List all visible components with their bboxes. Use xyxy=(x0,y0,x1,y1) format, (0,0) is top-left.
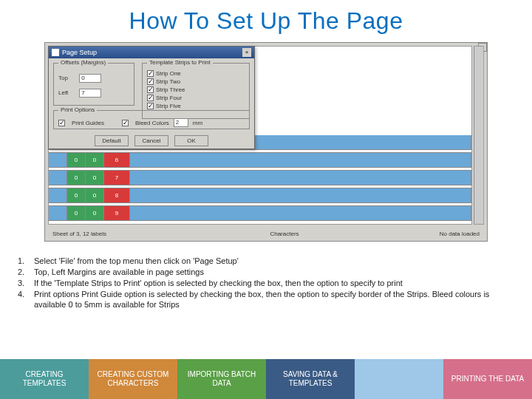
list-item: If the 'Template Strips to Print' option… xyxy=(34,278,403,289)
offsets-fieldset: Offsets (Margins) Top 0 Left 7 xyxy=(53,63,134,106)
table-row: 0 0 6 xyxy=(49,153,471,168)
table-row: 0 0 8 xyxy=(49,188,471,203)
status-mid: Characters xyxy=(174,231,395,237)
strip3-label: Strip Three xyxy=(156,86,185,93)
default-button[interactable]: Default xyxy=(95,135,129,146)
strip3-checkbox[interactable] xyxy=(147,86,154,93)
cell: 0 xyxy=(86,171,104,185)
bleed-unit: mm xyxy=(193,120,202,126)
strip5-label: Strip Five xyxy=(156,103,181,109)
tab-creating-characters[interactable]: CREATING CUSTOM CHARACTERS xyxy=(89,359,177,399)
status-bar: Sheet of 3, 12 labels Characters No data… xyxy=(48,228,484,239)
print-guides-label: Print Guides xyxy=(72,120,104,126)
close-icon[interactable]: × xyxy=(242,48,251,57)
strip5-checkbox[interactable] xyxy=(147,103,154,109)
app-screenshot: × 0 0 5 0 0 6 xyxy=(44,42,488,242)
tab-empty[interactable] xyxy=(355,359,443,399)
cell: 9 xyxy=(104,206,130,220)
cell: 0 xyxy=(67,206,86,220)
strip2-label: Strip Two xyxy=(156,78,180,85)
tab-saving-data[interactable]: SAVING DATA & TEMPLATES xyxy=(266,359,355,399)
list-item: Print options Print Guide option is sele… xyxy=(34,289,514,311)
instructions-list: 1.Select 'File' from the top menu then c… xyxy=(18,256,514,310)
cancel-button[interactable]: Cancel xyxy=(134,135,168,146)
page-title: How To Set Up The Page xyxy=(0,0,532,42)
strip2-checkbox[interactable] xyxy=(147,78,154,85)
list-number: 1. xyxy=(18,256,34,267)
bottom-tabs: CREATING TEMPLATES CREATING CUSTOM CHARA… xyxy=(0,359,532,399)
tab-printing[interactable]: PRINTING THE DATA xyxy=(443,359,532,399)
strip4-label: Strip Four xyxy=(156,95,182,101)
cell: 0 xyxy=(86,206,104,220)
table-row: 0 0 7 xyxy=(49,171,471,185)
strip1-label: Strip One xyxy=(156,70,181,77)
strip1-checkbox[interactable] xyxy=(147,70,154,77)
status-right: No data loaded xyxy=(395,231,484,237)
bleed-input[interactable]: 2 xyxy=(174,118,188,127)
strip4-checkbox[interactable] xyxy=(147,95,154,101)
cell: 0 xyxy=(67,153,86,167)
print-options-legend: Print Options xyxy=(58,106,97,113)
top-label: Top xyxy=(58,75,78,81)
cell: 0 xyxy=(67,171,86,185)
cell: 0 xyxy=(86,153,104,167)
top-input[interactable]: 0 xyxy=(79,74,101,83)
cell: 6 xyxy=(104,153,130,167)
tab-creating-templates[interactable]: CREATING TEMPLATES xyxy=(0,359,89,399)
ok-button[interactable]: OK xyxy=(174,135,208,146)
bleed-checkbox[interactable] xyxy=(122,120,129,126)
offsets-legend: Offsets (Margins) xyxy=(58,59,108,66)
list-item: Select 'File' from the top menu then cli… xyxy=(34,256,239,267)
list-number: 3. xyxy=(18,278,34,289)
scrollbar[interactable] xyxy=(474,46,484,225)
dialog-title: Page Setup xyxy=(62,49,97,56)
cell: 0 xyxy=(86,188,104,202)
strips-legend: Template Strips to Print xyxy=(147,59,213,66)
left-input[interactable]: 7 xyxy=(79,89,101,98)
list-item: Top, Left Margins are available in page … xyxy=(34,267,204,278)
status-left: Sheet of 3, 12 labels xyxy=(48,231,174,237)
tab-importing-data[interactable]: IMPORTING BATCH DATA xyxy=(177,359,266,399)
table-row: 0 0 9 xyxy=(49,206,471,221)
cell: 8 xyxy=(104,188,130,202)
left-label: Left xyxy=(58,89,78,96)
cell: 0 xyxy=(67,188,86,202)
bleed-label: Bleed Colors xyxy=(135,120,169,126)
dialog-icon xyxy=(52,49,59,56)
print-guides-checkbox[interactable] xyxy=(58,120,65,126)
print-options-fieldset: Print Options Print Guides Bleed Colors … xyxy=(53,110,250,129)
page-setup-dialog: Page Setup × Offsets (Margins) Top 0 Lef… xyxy=(48,46,255,149)
list-number: 4. xyxy=(18,289,34,311)
list-number: 2. xyxy=(18,267,34,278)
cell: 7 xyxy=(104,171,130,185)
